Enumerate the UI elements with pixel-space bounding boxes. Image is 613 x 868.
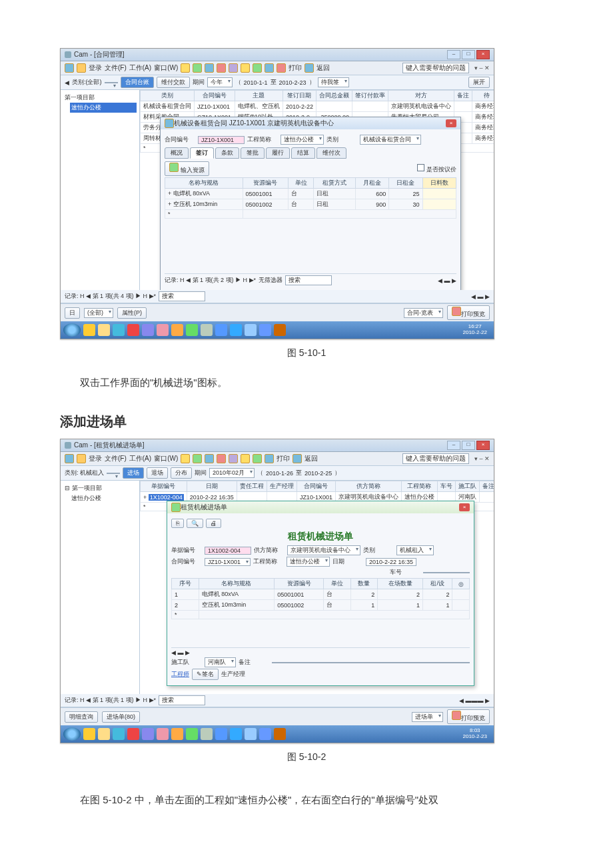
tree-child[interactable]: 速恒办公楼 xyxy=(70,493,137,503)
tab-icon[interactable]: 日 xyxy=(65,307,80,319)
menu-return[interactable]: 返回 xyxy=(305,454,318,463)
tool-icon[interactable] xyxy=(217,454,226,463)
start-button[interactable] xyxy=(63,727,81,741)
status-filter[interactable]: (全部) xyxy=(84,308,113,318)
print-icon[interactable] xyxy=(293,454,302,463)
tool-button[interactable]: ⎘ xyxy=(171,519,184,528)
dlg-search[interactable]: 搜索 xyxy=(285,275,332,285)
tab-overview[interactable]: 概况 xyxy=(165,147,189,159)
val-type[interactable]: 机械租入 xyxy=(396,545,434,555)
close-button[interactable]: × xyxy=(476,50,490,59)
val-docno[interactable]: 1X1002-004 xyxy=(205,547,251,555)
start-button[interactable] xyxy=(63,323,81,337)
bottom-search[interactable]: 搜索 xyxy=(159,291,205,301)
tab-payment[interactable]: 维付交款 xyxy=(157,77,190,88)
up-icon[interactable] xyxy=(77,63,86,73)
taskbar-icon[interactable] xyxy=(127,324,139,336)
tool-icon[interactable] xyxy=(265,454,274,463)
tree-child[interactable]: 速恒办公楼 xyxy=(70,103,137,113)
taskbar-icon[interactable] xyxy=(230,324,242,336)
val-supplier[interactable]: 京建明英机电设备中心 xyxy=(287,545,360,555)
tab-perform[interactable]: 履行 xyxy=(266,147,290,159)
taskbar-icon[interactable] xyxy=(113,324,125,336)
state-dropdown[interactable]: 待我签 xyxy=(318,77,349,87)
dialog-close[interactable]: × xyxy=(446,119,456,127)
taskbar-icon[interactable] xyxy=(113,728,125,740)
taskbar-icon[interactable] xyxy=(274,324,286,336)
tree-root[interactable]: ⊟ 第一项目部 xyxy=(63,483,137,493)
taskbar-icon[interactable] xyxy=(98,728,110,740)
project-tree[interactable]: ⊟ 第一项目部 速恒办公楼 xyxy=(61,481,140,694)
tool-icon[interactable] xyxy=(217,63,226,73)
taskbar-icon[interactable] xyxy=(245,324,257,336)
tool-icon[interactable] xyxy=(253,454,262,463)
val-projname[interactable]: 速恒办公楼 xyxy=(281,135,324,145)
up-icon[interactable] xyxy=(77,454,86,463)
taskbar-icon[interactable] xyxy=(157,728,169,740)
tab-pay[interactable]: 维付次 xyxy=(316,147,346,159)
val-carno[interactable] xyxy=(423,572,470,573)
tab-in[interactable]: 进场 xyxy=(123,467,144,479)
taskbar-icon[interactable] xyxy=(83,324,95,336)
mdi-close[interactable]: ▾ – ✕ xyxy=(474,455,490,462)
home-icon[interactable] xyxy=(65,454,74,463)
tab-ledger[interactable]: 合同台账 xyxy=(121,77,154,88)
entry-list-button[interactable]: 进场单(80) xyxy=(102,711,140,723)
detail-query-button[interactable]: 明细查询 xyxy=(65,711,98,723)
val-contractno[interactable]: JZ10-1X001 xyxy=(198,136,245,144)
items-grid[interactable]: 序号名称与规格资源编号单位数量在场数量租/设◎ 1电焊机 80xVA050010… xyxy=(171,578,470,619)
tab-dist[interactable]: 分布 xyxy=(171,467,192,479)
tool-icon[interactable] xyxy=(193,454,202,463)
taskbar-icon[interactable] xyxy=(274,728,286,740)
menu-window[interactable]: 窗口(W) xyxy=(154,454,178,463)
home-icon[interactable] xyxy=(65,63,74,73)
bottom-search[interactable]: 搜索 xyxy=(159,695,205,705)
print-preview-button[interactable]: 打印预览 xyxy=(447,709,490,724)
tool-button[interactable]: 🔍 xyxy=(187,519,203,528)
menu-work[interactable]: 工作(A) xyxy=(129,63,151,73)
taskbar-icon[interactable] xyxy=(215,324,227,336)
resource-grid[interactable]: 名称与规格资源编号单位租赁方式月租金日租金日料数 + 电焊机 80xVA0500… xyxy=(165,177,456,219)
tab-sign[interactable]: 签订 xyxy=(190,147,214,159)
menu-file[interactable]: 文件(F) xyxy=(105,63,127,73)
val-remark[interactable] xyxy=(272,662,470,663)
val-type[interactable]: 机械设备租赁合同 xyxy=(360,135,421,145)
taskbar-icon[interactable] xyxy=(142,728,154,740)
properties-button[interactable]: 属性(P) xyxy=(117,307,147,319)
view-dropdown[interactable]: 合同-览表 xyxy=(404,308,443,318)
menu-work[interactable]: 工作(A) xyxy=(129,454,151,463)
dialog-close[interactable]: × xyxy=(459,503,470,511)
taskbar-icon[interactable] xyxy=(215,728,227,740)
period-dropdown[interactable]: 今年 xyxy=(207,77,233,87)
expand-button[interactable]: 展开 xyxy=(468,77,490,88)
taskbar-icon[interactable] xyxy=(157,324,169,336)
taskbar-icon[interactable] xyxy=(127,728,139,740)
taskbar-icon[interactable] xyxy=(201,728,213,740)
menu-file[interactable]: 文件(F) xyxy=(105,454,127,463)
tab-out[interactable]: 退场 xyxy=(147,467,168,479)
tab-approve[interactable]: 签批 xyxy=(241,147,265,159)
menu-print[interactable]: 打印 xyxy=(277,454,290,463)
price-checkbox[interactable] xyxy=(417,164,424,171)
close-button[interactable]: × xyxy=(476,441,490,450)
taskbar-icon[interactable] xyxy=(186,324,198,336)
print-icon[interactable] xyxy=(305,63,314,73)
tool-icon[interactable] xyxy=(181,454,190,463)
help-search[interactable]: 键入需要帮助的问题 xyxy=(402,453,469,464)
val-date[interactable]: 2010-2-22 16:35 xyxy=(366,558,416,566)
mdi-close[interactable]: ▾ – ✕ xyxy=(474,65,490,71)
print-preview-button[interactable]: 打印预览 xyxy=(447,305,490,320)
val-team[interactable]: 河南队 xyxy=(205,657,236,667)
max-button[interactable]: □ xyxy=(462,441,475,450)
taskbar-icon[interactable] xyxy=(186,728,198,740)
menu-login[interactable]: 登录 xyxy=(89,454,102,463)
tool-icon[interactable] xyxy=(229,454,238,463)
tool-icon[interactable] xyxy=(253,63,262,73)
menu-print[interactable]: 打印 xyxy=(289,63,302,73)
tool-icon[interactable] xyxy=(241,454,250,463)
engineer-link[interactable]: 工程师 xyxy=(171,670,189,679)
taskbar-icon[interactable] xyxy=(142,324,154,336)
tool-icon[interactable] xyxy=(241,63,250,73)
tree-root[interactable]: 第一项目部 xyxy=(63,93,137,103)
min-button[interactable]: – xyxy=(447,441,460,450)
